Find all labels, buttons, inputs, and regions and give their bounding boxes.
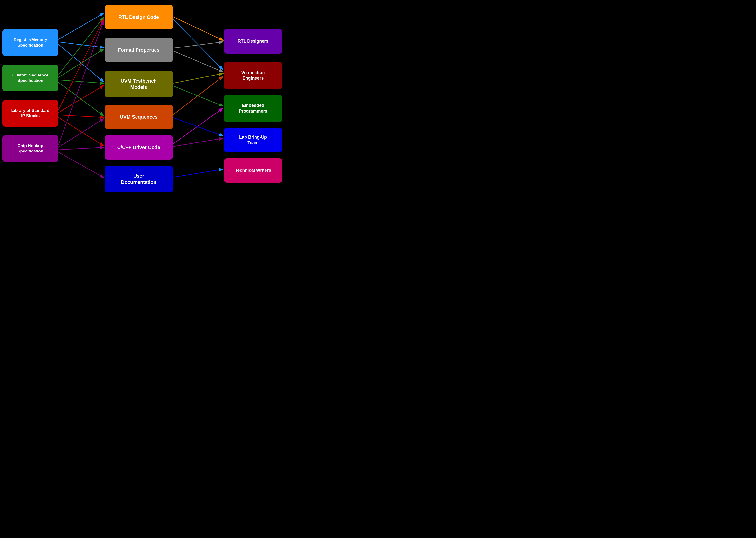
chip-hookup-node: Chip HookupSpecification bbox=[2, 135, 58, 162]
svg-line-11 bbox=[58, 22, 103, 145]
svg-line-25 bbox=[173, 169, 223, 177]
svg-line-9 bbox=[58, 115, 103, 117]
svg-line-12 bbox=[58, 119, 103, 147]
rtl-designers-node: RTL Designers bbox=[224, 29, 282, 54]
custom-seq-node: Custom SequenceSpecification bbox=[2, 65, 58, 91]
svg-line-4 bbox=[58, 49, 103, 78]
svg-line-14 bbox=[58, 152, 103, 177]
svg-line-13 bbox=[58, 147, 103, 150]
svg-line-17 bbox=[173, 51, 223, 72]
svg-line-22 bbox=[173, 108, 223, 144]
svg-line-2 bbox=[58, 44, 103, 81]
svg-line-19 bbox=[173, 74, 223, 83]
reg-mem-node: Register/MemorySpecification bbox=[2, 29, 58, 56]
lab-team-node: Lab Bring-UpTeam bbox=[224, 128, 282, 152]
svg-line-23 bbox=[173, 117, 223, 136]
svg-line-21 bbox=[173, 86, 223, 106]
svg-line-7 bbox=[58, 20, 103, 110]
formal-props-node: Formal Properties bbox=[105, 38, 173, 62]
svg-line-24 bbox=[173, 138, 223, 147]
svg-line-18 bbox=[173, 19, 223, 70]
tech-writers-node: Technical Writers bbox=[224, 158, 282, 183]
uvm-seq-node: UVM Sequences bbox=[105, 105, 173, 129]
embedded-prog-node: EmbeddedProgrammers bbox=[224, 95, 282, 122]
svg-line-16 bbox=[173, 42, 223, 48]
verif-eng-node: VerificationEngineers bbox=[224, 62, 282, 89]
uvm-tb-node: UVM TestbenchModels bbox=[105, 71, 173, 97]
lib-ip-node: Library of StandardIP Blocks bbox=[2, 100, 58, 127]
svg-line-10 bbox=[58, 117, 103, 146]
c-driver-node: C/C++ Driver Code bbox=[105, 135, 173, 160]
rtl-code-node: RTL Design Code bbox=[105, 5, 173, 29]
svg-line-8 bbox=[58, 86, 103, 113]
svg-line-15 bbox=[173, 17, 223, 40]
user-doc-node: UserDocumentation bbox=[105, 166, 173, 192]
